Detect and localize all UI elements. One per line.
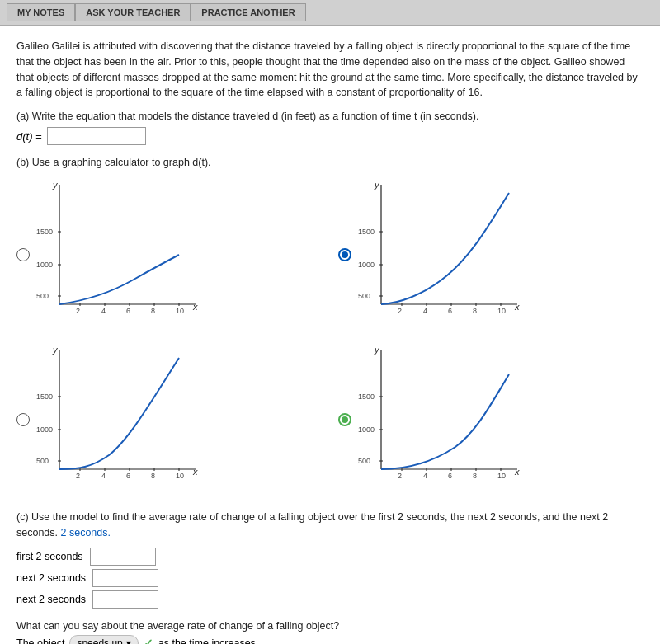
graph-1: y x 500 1000 1500 2 4 6: [35, 176, 200, 333]
svg-text:1500: 1500: [358, 393, 375, 401]
part-c-highlight: 2 seconds.: [61, 527, 111, 538]
graph-radio-2[interactable]: [338, 248, 351, 261]
svg-text:1500: 1500: [36, 228, 53, 236]
summary-answer-row: The object speeds up ▾ ✓ as the time inc…: [16, 635, 644, 645]
summary-suffix: as the time increases.: [158, 637, 259, 645]
svg-text:1000: 1000: [358, 425, 375, 434]
equation-row: d(t) =: [16, 127, 644, 145]
svg-text:500: 500: [358, 292, 370, 300]
svg-text:500: 500: [358, 457, 370, 465]
next-2b-label: next 2 seconds: [16, 594, 86, 605]
dropdown-arrow-icon: ▾: [126, 637, 131, 645]
graph-3: y x 500 1000 1500 2 4 6 8 10: [35, 341, 200, 498]
svg-text:500: 500: [36, 457, 49, 465]
rate-row-first: first 2 seconds: [16, 548, 644, 566]
svg-text:10: 10: [497, 472, 506, 480]
svg-text:y: y: [374, 345, 380, 355]
part-b-label: (b) Use a graphing calculator to graph d…: [16, 157, 644, 168]
graphs-grid: y x 500 1000 1500 2 4 6: [16, 176, 644, 498]
practice-another-button[interactable]: PRACTICE ANOTHER: [191, 3, 305, 21]
svg-text:4: 4: [423, 472, 427, 480]
svg-text:1000: 1000: [36, 261, 53, 269]
graph-2: y x 500 1000 1500 2 4 6 8 10: [356, 176, 521, 333]
svg-text:10: 10: [176, 307, 184, 315]
next-2a-label: next 2 seconds: [16, 572, 86, 584]
graph-radio-4[interactable]: [338, 413, 351, 426]
svg-text:2: 2: [76, 307, 80, 315]
part-a-label: (a) Write the equation that models the d…: [16, 110, 644, 122]
first-2-label: first 2 seconds: [16, 551, 83, 562]
svg-text:10: 10: [176, 472, 184, 480]
svg-text:y: y: [52, 345, 59, 355]
dropdown-label: speeds up: [77, 637, 122, 645]
main-content: Galileo Galilei is attributed with disco…: [0, 26, 660, 644]
svg-text:4: 4: [423, 307, 427, 315]
svg-text:2: 2: [398, 472, 402, 480]
svg-text:8: 8: [473, 472, 477, 480]
graph-4: y x 500 1000 1500 2 4 6 8 10: [356, 341, 521, 498]
svg-text:6: 6: [126, 472, 130, 480]
svg-text:x: x: [192, 467, 198, 477]
graph-item-1: y x 500 1000 1500 2 4 6: [16, 176, 322, 333]
graph-item-3: y x 500 1000 1500 2 4 6 8 10: [16, 341, 322, 498]
next-2b-input[interactable]: [92, 590, 158, 609]
graph-item-4: y x 500 1000 1500 2 4 6 8 10: [338, 341, 644, 498]
svg-text:x: x: [192, 302, 198, 312]
svg-text:2: 2: [398, 307, 402, 315]
svg-text:8: 8: [473, 307, 477, 315]
svg-text:1500: 1500: [36, 393, 53, 401]
svg-text:500: 500: [36, 292, 49, 300]
svg-text:1000: 1000: [36, 425, 53, 434]
equation-label: d(t) =: [16, 130, 42, 143]
my-notes-button[interactable]: MY NOTES: [7, 3, 75, 21]
part-c-label: (c) Use the model to find the average ra…: [16, 510, 644, 541]
svg-text:x: x: [514, 302, 520, 312]
svg-text:6: 6: [126, 307, 130, 315]
svg-text:4: 4: [101, 307, 106, 315]
svg-text:1000: 1000: [358, 261, 375, 269]
rate-rows: first 2 seconds next 2 seconds next 2 se…: [16, 548, 644, 609]
rate-row-next2: next 2 seconds: [16, 590, 644, 609]
speeds-up-dropdown[interactable]: speeds up ▾: [69, 635, 138, 645]
svg-text:x: x: [514, 467, 520, 477]
problem-description: Galileo Galilei is attributed with disco…: [16, 39, 644, 101]
next-2a-input[interactable]: [92, 569, 158, 587]
graph-radio-1[interactable]: [16, 248, 30, 261]
first-2-input[interactable]: [90, 548, 156, 566]
summary-question: What can you say about the average rate …: [16, 620, 644, 632]
svg-text:6: 6: [448, 472, 452, 480]
rate-row-next1: next 2 seconds: [16, 569, 644, 587]
svg-text:8: 8: [151, 307, 155, 315]
svg-text:10: 10: [497, 307, 506, 315]
svg-text:8: 8: [151, 472, 155, 480]
graph-item-2: y x 500 1000 1500 2 4 6 8 10: [338, 176, 644, 333]
top-bar: MY NOTES ASK YOUR TEACHER PRACTICE ANOTH…: [0, 0, 660, 26]
summary-prefix: The object: [16, 637, 64, 645]
svg-text:y: y: [374, 180, 380, 190]
ask-teacher-button[interactable]: ASK YOUR TEACHER: [75, 3, 191, 21]
svg-text:2: 2: [76, 472, 80, 480]
svg-text:y: y: [52, 180, 59, 190]
svg-text:4: 4: [101, 472, 106, 480]
svg-text:1500: 1500: [358, 228, 375, 236]
check-icon: ✓: [144, 637, 153, 645]
equation-input[interactable]: [47, 127, 146, 145]
graph-radio-3[interactable]: [16, 413, 30, 426]
svg-text:6: 6: [448, 307, 452, 315]
